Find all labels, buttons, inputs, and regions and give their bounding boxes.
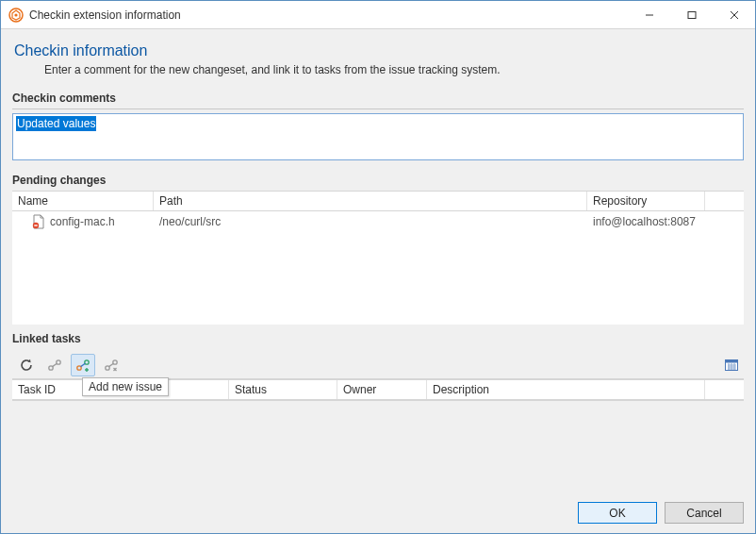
- col-status[interactable]: Status: [229, 380, 337, 399]
- table-row[interactable]: config-mac.h /neo/curl/src info@localhos…: [12, 211, 744, 232]
- tooltip-add-new-issue: Add new issue: [82, 377, 169, 396]
- col-path[interactable]: Path: [154, 192, 587, 210]
- calendar-icon[interactable]: [719, 354, 744, 376]
- page-subtitle: Enter a comment for the new changeset, a…: [44, 63, 744, 76]
- svg-line-13: [81, 363, 86, 366]
- svg-line-18: [109, 363, 114, 366]
- svg-rect-7: [34, 225, 37, 225]
- pending-columns: Name Path Repository: [12, 191, 744, 211]
- close-button[interactable]: [713, 1, 755, 28]
- file-name: config-mac.h: [50, 215, 115, 228]
- col-owner[interactable]: Owner: [337, 380, 427, 399]
- file-path: /neo/curl/src: [154, 213, 587, 230]
- add-new-issue-button[interactable]: [71, 354, 95, 376]
- titlebar: Checkin extension information: [1, 1, 755, 29]
- cancel-button[interactable]: Cancel: [665, 502, 744, 524]
- file-modified-icon: [31, 214, 46, 229]
- unlink-issue-button[interactable]: [99, 354, 123, 376]
- linked-toolbar: Add new issue: [12, 351, 744, 379]
- checkin-comment-input[interactable]: Updated values: [12, 113, 744, 160]
- dialog-body: Checkin information Enter a comment for …: [1, 29, 755, 494]
- window-title: Checkin extension information: [29, 8, 181, 22]
- tasks-rows: [12, 400, 744, 401]
- col-spacer: [705, 192, 744, 210]
- checkin-window: Checkin extension information Checkin in…: [0, 0, 756, 534]
- maximize-button[interactable]: [670, 1, 713, 28]
- app-icon: [8, 8, 24, 23]
- linked-tasks-section: Linked tasks Add new issue: [12, 326, 744, 487]
- svg-rect-3: [688, 11, 696, 18]
- comment-selected-text: Updated values: [16, 116, 96, 131]
- pending-section-header: Pending changes: [12, 172, 744, 191]
- comments-section-header: Checkin comments: [12, 90, 744, 109]
- refresh-button[interactable]: [14, 354, 39, 376]
- pending-changes-grid: Name Path Repository config-mac.h /neo/c…: [12, 191, 744, 325]
- svg-point-1: [14, 13, 17, 16]
- file-repo: info@localhost:8087: [587, 213, 705, 230]
- svg-rect-22: [726, 359, 738, 362]
- pending-rows: config-mac.h /neo/curl/src info@localhos…: [12, 211, 744, 325]
- col-description[interactable]: Description: [427, 380, 705, 399]
- link-issue-button[interactable]: [42, 354, 67, 376]
- linked-section-header: Linked tasks: [12, 330, 744, 349]
- page-title: Checkin information: [14, 42, 744, 59]
- col-name[interactable]: Name: [12, 192, 154, 210]
- minimize-button[interactable]: [628, 1, 670, 28]
- col-spacer-2: [705, 380, 744, 399]
- ok-button[interactable]: OK: [578, 502, 657, 524]
- col-repository[interactable]: Repository: [587, 192, 705, 210]
- svg-line-10: [53, 363, 58, 366]
- dialog-footer: OK Cancel: [1, 494, 755, 533]
